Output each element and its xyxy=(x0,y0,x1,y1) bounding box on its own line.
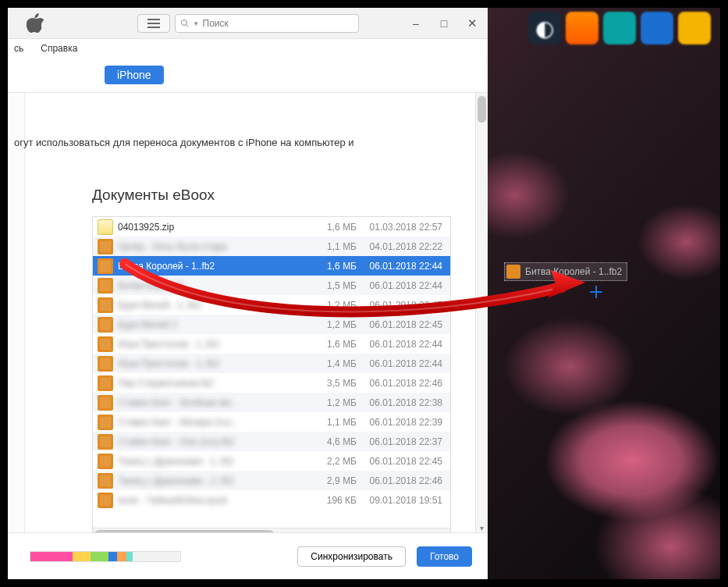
sync-button[interactable]: Синхронизировать xyxy=(297,546,406,567)
fb2-file-icon xyxy=(98,239,113,254)
file-name: book - Тайная916на.epub xyxy=(118,495,302,506)
file-date: 06.01.2018 22:44 xyxy=(357,358,450,369)
menu-item[interactable]: сь xyxy=(14,43,23,54)
file-row[interactable]: Битва Королей1,5 МБ06.01.2018 22:44 xyxy=(93,276,450,295)
file-size: 1,6 МБ xyxy=(302,261,357,272)
window-close-button[interactable]: ✕ xyxy=(458,8,486,38)
file-row[interactable]: Стивен Кинг - Оно (rus).fb24,6 МБ06.01.2… xyxy=(93,432,450,451)
file-name: Стивен Кинг - Зелёная ми.. xyxy=(118,397,302,408)
file-size: 196 КБ xyxy=(302,495,357,506)
file-size: 1,1 МБ xyxy=(302,417,357,428)
vertical-scrollbar[interactable]: ▾ xyxy=(475,93,488,532)
list-view-button[interactable] xyxy=(137,14,170,33)
file-date: 06.01.2018 22:44 xyxy=(357,339,450,350)
file-row[interactable]: Стивен Кинг - Зелёная ми..1,2 МБ06.01.20… xyxy=(93,393,450,412)
file-row[interactable]: Арчер - Ночь была стара1,1 МБ04.01.2018 … xyxy=(93,237,450,256)
storage-usage-bar xyxy=(30,551,181,562)
file-name: Битва Королей - 1..fb2 xyxy=(118,261,302,272)
copy-cursor-icon xyxy=(590,286,602,298)
fb2-file-icon xyxy=(98,258,113,274)
taskbar-app-icon[interactable] xyxy=(641,12,673,44)
fb2-file-icon xyxy=(98,336,113,352)
file-date: 06.01.2018 22:44 xyxy=(357,261,450,272)
file-date: 06.01.2018 22:38 xyxy=(357,397,450,408)
file-size: 1,2 МБ xyxy=(302,300,357,311)
file-row[interactable]: Игра Престолов - 2..fb21,4 МБ06.01.2018 … xyxy=(93,354,450,373)
file-list-panel: 04013925.zip1,6 МБ01.03.2018 22:57Арчер … xyxy=(92,216,451,541)
file-row[interactable]: Стивен Кинг - Мизери (rus..1,1 МБ06.01.2… xyxy=(93,412,450,432)
drag-ghost: Битва Королей - 1..fb2 xyxy=(504,262,627,281)
file-size: 1,2 МБ xyxy=(302,397,357,408)
titlebar[interactable]: ▾ Поиск – □ ✕ xyxy=(8,8,488,39)
done-button[interactable]: Готово xyxy=(417,546,472,567)
file-date: 09.01.2018 19:51 xyxy=(357,495,450,506)
menubar: сь Справка xyxy=(8,39,488,58)
file-name: Танец с Драконами - 2..fb2 xyxy=(118,475,302,486)
file-name: Танец с Драконами - 1..fb2 xyxy=(118,456,302,467)
file-row[interactable]: 04013925.zip1,6 МБ01.03.2018 22:57 xyxy=(93,217,450,237)
file-name: Стивен Кинг - Оно (rus).fb2 xyxy=(118,436,302,447)
file-date: 06.01.2018 22:45 xyxy=(357,300,450,311)
file-size: 2,2 МБ xyxy=(302,456,357,467)
file-icon xyxy=(506,265,520,279)
fb2-file-icon xyxy=(98,297,113,313)
file-date: 06.01.2018 22:46 xyxy=(357,475,450,486)
sidebar xyxy=(8,93,25,532)
file-size: 1,6 МБ xyxy=(302,339,357,350)
file-size: 1,6 МБ xyxy=(302,222,357,233)
fb2-file-icon xyxy=(98,414,113,430)
file-name: Стивен Кинг - Мизери (rus.. xyxy=(118,417,302,428)
fb2-file-icon xyxy=(98,317,113,333)
fb2-file-icon xyxy=(98,395,113,411)
search-input[interactable]: ▾ Поиск xyxy=(175,14,359,33)
file-name: Игра Престолов - 2..fb2 xyxy=(118,358,302,369)
description-text: огут использоваться для переноса докумен… xyxy=(8,137,472,148)
itunes-window: ▾ Поиск – □ ✕ сь Справка iPhone о xyxy=(8,8,488,579)
file-name: Битва Королей xyxy=(118,280,302,291)
file-date: 06.01.2018 22:45 xyxy=(357,319,450,330)
scroll-down-icon[interactable]: ▾ xyxy=(476,524,488,532)
taskbar-app-icon[interactable] xyxy=(603,12,636,44)
file-name: Арчер - Ночь была стара xyxy=(118,241,302,252)
file-row[interactable]: Буря Мечей - 1..fb21,2 МБ06.01.2018 22:4… xyxy=(93,295,450,315)
file-row[interactable]: book - Тайная916на.epub196 КБ09.01.2018 … xyxy=(93,490,450,510)
taskbar-app-icon[interactable] xyxy=(566,12,598,44)
file-row[interactable]: Игра Престолов - 1..fb21,6 МБ06.01.2018 … xyxy=(93,334,450,354)
panel-title: Документы eBoox xyxy=(92,187,215,204)
file-size: 1,2 МБ xyxy=(302,319,357,330)
file-size: 1,4 МБ xyxy=(302,358,357,369)
file-name: Буря Мечей - 1..fb2 xyxy=(118,300,302,311)
file-size: 3,5 МБ xyxy=(302,378,357,389)
footer: Синхронизировать Готово xyxy=(8,532,488,579)
file-row[interactable]: Пир Стервятников.fb23,5 МБ06.01.2018 22:… xyxy=(93,373,450,393)
search-icon xyxy=(180,19,190,28)
desktop-taskbar: ◐ xyxy=(488,8,720,48)
file-row[interactable]: Танец с Драконами - 2..fb22,9 МБ06.01.20… xyxy=(93,471,450,490)
scrollbar-thumb[interactable] xyxy=(478,96,486,123)
fb2-file-icon xyxy=(98,278,113,294)
fb2-file-icon xyxy=(98,454,113,469)
menu-item[interactable]: Справка xyxy=(41,43,77,54)
taskbar-app-icon[interactable] xyxy=(678,12,711,44)
file-name: Буря Мечей 2 xyxy=(118,319,302,330)
file-date: 06.01.2018 22:44 xyxy=(357,280,450,291)
file-row[interactable]: Битва Королей - 1..fb21,6 МБ06.01.2018 2… xyxy=(93,256,450,276)
file-date: 06.01.2018 22:46 xyxy=(357,378,450,389)
svg-line-1 xyxy=(186,24,188,27)
file-row[interactable]: Буря Мечей 21,2 МБ06.01.2018 22:45 xyxy=(93,315,450,334)
iphone-tab[interactable]: iPhone xyxy=(105,66,164,84)
file-row[interactable]: Танец с Драконами - 1..fb22,2 МБ06.01.20… xyxy=(93,451,450,471)
file-size: 2,9 МБ xyxy=(302,475,357,486)
file-date: 06.01.2018 22:39 xyxy=(357,417,450,428)
search-placeholder: Поиск xyxy=(203,18,229,29)
fb2-file-icon xyxy=(98,375,113,391)
file-date: 04.01.2018 22:22 xyxy=(357,241,450,252)
fb2-file-icon xyxy=(98,356,113,372)
file-size: 4,6 МБ xyxy=(302,436,357,447)
window-maximize-button[interactable]: □ xyxy=(430,8,458,38)
window-minimize-button[interactable]: – xyxy=(402,8,430,38)
file-date: 06.01.2018 22:45 xyxy=(357,456,450,467)
taskbar-steam-icon[interactable]: ◐ xyxy=(528,12,561,44)
svg-point-0 xyxy=(181,20,186,25)
fb2-file-icon xyxy=(98,434,113,450)
